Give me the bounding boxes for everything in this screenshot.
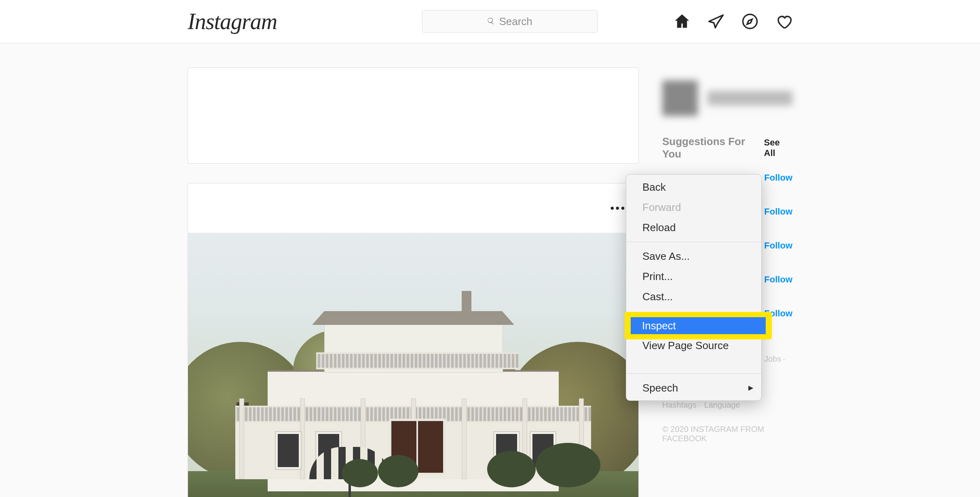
context-menu-forward: Forward: [626, 197, 761, 217]
context-menu-back[interactable]: Back: [626, 175, 761, 197]
instagram-logo[interactable]: Instagram: [188, 8, 277, 34]
post-more-button[interactable]: •••: [610, 202, 626, 215]
activity-icon[interactable]: [775, 13, 792, 30]
context-menu-inspect-highlight: Inspect: [626, 313, 771, 338]
context-menu-print[interactable]: Print...: [626, 266, 761, 286]
footer-link[interactable]: Jobs: [764, 354, 781, 363]
post-image[interactable]: [188, 233, 638, 497]
follow-button[interactable]: Follow: [764, 274, 792, 285]
feed-post: •••: [188, 183, 639, 497]
context-menu-reload[interactable]: Reload: [626, 217, 761, 240]
home-icon[interactable]: [674, 13, 691, 30]
see-all-link[interactable]: See All: [764, 137, 792, 158]
search-placeholder: Search: [499, 15, 532, 28]
context-menu-speech[interactable]: Speech: [626, 375, 761, 400]
copyright: © 2020 INSTAGRAM FROM FACEBOOK: [662, 425, 792, 443]
feed: •••: [188, 67, 639, 497]
svg-point-0: [743, 15, 757, 29]
messages-icon[interactable]: [708, 13, 724, 30]
nav-icons: [674, 13, 792, 30]
profile-name: [708, 91, 792, 105]
follow-button[interactable]: Follow: [764, 173, 792, 183]
context-menu-inspect[interactable]: Inspect: [631, 317, 766, 334]
footer-link[interactable]: Language: [704, 400, 740, 409]
suggestions-title: Suggestions For You: [662, 135, 764, 160]
avatar: [662, 80, 698, 116]
footer-link[interactable]: Hashtags: [662, 400, 697, 409]
feed-card: [188, 67, 639, 164]
header: Instagram Search: [0, 0, 980, 43]
search-icon: [487, 15, 495, 28]
context-menu-save-as[interactable]: Save As...: [626, 244, 761, 266]
search-input[interactable]: Search: [422, 10, 598, 33]
context-menu: Back Forward Reload Save As... Print... …: [626, 174, 762, 401]
follow-button[interactable]: Follow: [764, 240, 792, 251]
context-menu-cast[interactable]: Cast...: [626, 286, 761, 307]
explore-icon[interactable]: [741, 13, 758, 30]
profile-summary[interactable]: [662, 80, 792, 116]
follow-button[interactable]: Follow: [764, 206, 792, 217]
